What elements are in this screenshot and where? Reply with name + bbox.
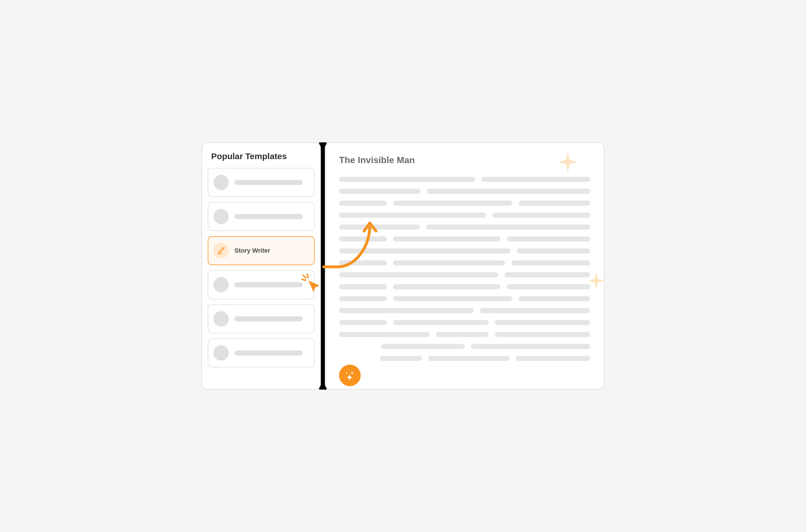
templates-sidebar: Popular Templates Story Writer: [202, 142, 321, 390]
document-line-row: [339, 284, 590, 289]
text-placeholder-line: [393, 320, 488, 325]
text-placeholder-line: [381, 344, 465, 349]
document-line-row: [339, 260, 590, 265]
text-placeholder-line: [428, 356, 510, 361]
template-card-placeholder[interactable]: [208, 168, 314, 197]
text-placeholder-line: [339, 308, 474, 313]
template-avatar-placeholder: [213, 175, 229, 190]
text-placeholder-line: [492, 213, 590, 218]
document-line-row: [339, 272, 590, 278]
text-placeholder-line: [393, 284, 500, 289]
document-panel: The Invisible Man: [325, 142, 604, 390]
text-placeholder-line: [427, 189, 590, 194]
text-placeholder-line: [393, 296, 513, 301]
document-line-row: [339, 177, 590, 182]
sidebar-title: Popular Templates: [208, 151, 314, 161]
document-line-row: [339, 236, 590, 242]
sparkle-icon: [343, 368, 357, 382]
document-title: The Invisible Man: [339, 155, 590, 165]
template-card-placeholder[interactable]: [208, 304, 314, 334]
cursor-click-icon: [301, 273, 324, 296]
template-placeholder-line: [234, 214, 303, 219]
template-label: Story Writer: [234, 247, 270, 254]
text-placeholder-line: [339, 236, 387, 242]
text-placeholder-line: [481, 177, 590, 182]
template-placeholder-line: [234, 316, 303, 321]
text-placeholder-line: [495, 320, 590, 325]
template-placeholder-line: [234, 282, 303, 287]
text-placeholder-line: [504, 272, 590, 278]
text-placeholder-line: [339, 332, 430, 337]
star-icon: [586, 271, 604, 291]
text-placeholder-line: [519, 296, 590, 301]
app-container: Popular Templates Story Writer: [202, 142, 604, 390]
template-avatar-placeholder: [213, 209, 229, 224]
template-avatar-placeholder: [213, 277, 229, 292]
text-placeholder-line: [339, 201, 387, 206]
text-placeholder-line: [495, 332, 590, 337]
template-card-placeholder[interactable]: [208, 270, 314, 299]
sparkle-badge: [339, 365, 361, 386]
document-line-row: [339, 356, 590, 361]
document-line-row: [339, 225, 590, 230]
text-placeholder-line: [517, 248, 590, 253]
document-line-row: [339, 308, 590, 313]
text-placeholder-line: [339, 213, 486, 218]
document-line-row: [339, 344, 590, 349]
text-placeholder-line: [339, 177, 475, 182]
template-avatar-quill: [213, 243, 229, 258]
text-placeholder-line: [380, 356, 422, 361]
text-placeholder-line: [519, 201, 590, 206]
svg-line-3: [303, 276, 306, 278]
text-placeholder-line: [339, 260, 387, 265]
template-placeholder-line: [234, 350, 303, 356]
text-placeholder-line: [426, 225, 590, 230]
text-placeholder-line: [480, 308, 590, 313]
text-placeholder-line: [512, 260, 590, 265]
text-placeholder-line: [393, 201, 513, 206]
text-placeholder-line: [436, 332, 488, 337]
text-placeholder-line: [339, 225, 420, 230]
template-card-story-writer[interactable]: Story Writer: [208, 236, 314, 265]
document-line-row: [339, 320, 590, 325]
quill-icon: [217, 246, 225, 255]
document-line-row: [339, 189, 590, 194]
document-line-row: [339, 332, 590, 337]
document-line-row: [339, 296, 590, 301]
text-placeholder-line: [339, 248, 511, 253]
star-icon: [556, 150, 580, 174]
text-placeholder-line: [339, 189, 421, 194]
document-body: [339, 177, 590, 361]
text-placeholder-line: [471, 344, 590, 349]
text-placeholder-line: [339, 272, 498, 278]
template-card-placeholder[interactable]: [208, 339, 314, 367]
document-line-row: [339, 213, 590, 218]
text-placeholder-line: [339, 284, 387, 289]
text-placeholder-line: [339, 320, 387, 325]
document-line-row: [339, 248, 590, 253]
text-placeholder-line: [339, 296, 387, 301]
template-card-placeholder[interactable]: [208, 202, 314, 231]
text-placeholder-line: [393, 236, 500, 242]
template-placeholder-line: [234, 180, 303, 185]
text-placeholder-line: [516, 356, 590, 361]
svg-line-2: [302, 279, 306, 280]
text-placeholder-line: [507, 284, 590, 289]
svg-line-1: [307, 274, 308, 278]
document-line-row: [339, 201, 590, 206]
text-placeholder-line: [507, 236, 590, 242]
text-placeholder-line: [393, 260, 505, 265]
template-avatar-placeholder: [213, 345, 229, 361]
template-avatar-placeholder: [213, 311, 229, 326]
